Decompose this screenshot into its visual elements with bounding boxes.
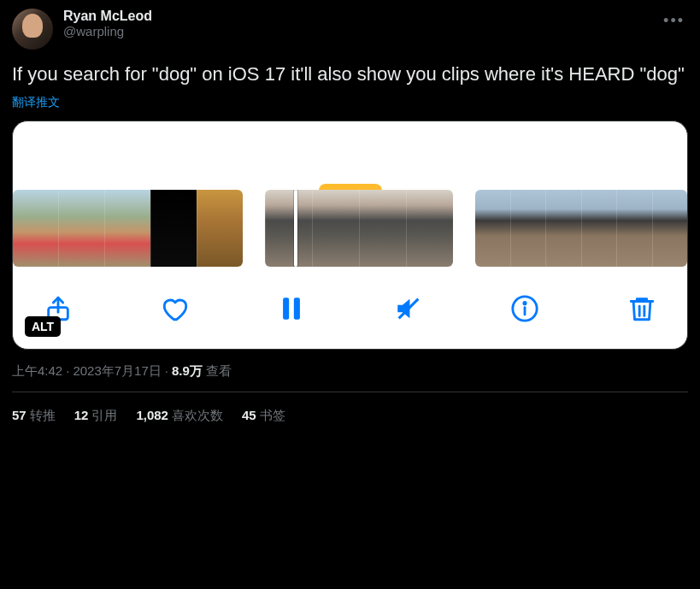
display-name: Ryan McLeod [63, 9, 650, 24]
svg-point-6 [524, 302, 526, 303]
media-controls [13, 274, 687, 349]
views-label: 查看 [206, 363, 232, 378]
clip-group[interactable] [265, 190, 453, 267]
handle: @warpling [63, 24, 650, 38]
retweets-stat[interactable]: 57转推 [12, 408, 56, 424]
svg-rect-1 [283, 297, 289, 320]
tweet-header: Ryan McLeod @warpling ••• [12, 9, 688, 50]
views-count: 8.9万 [172, 363, 203, 378]
filmstrip[interactable] [13, 190, 687, 274]
clip-frame [150, 190, 197, 267]
clip-frame [312, 190, 359, 267]
quotes-stat[interactable]: 12引用 [74, 408, 118, 424]
media-card[interactable]: "dog" [12, 121, 688, 350]
tweet-meta: 上午4:42·2023年7月17日·8.9万 查看 [12, 363, 688, 392]
clip-frame [475, 190, 509, 267]
tweet-time[interactable]: 上午4:42 [12, 363, 62, 378]
heart-icon[interactable] [161, 294, 190, 323]
author-name-block[interactable]: Ryan McLeod @warpling [63, 9, 650, 38]
clip-frame [104, 190, 150, 267]
tweet-text: If you search for "dog" on iOS 17 it'll … [12, 62, 688, 87]
svg-rect-2 [294, 297, 300, 320]
stats-row: 57转推 12引用 1,082喜欢次数 45书签 [12, 392, 688, 429]
clip-frame [652, 190, 687, 267]
clip-frame [406, 190, 453, 267]
more-icon[interactable]: ••• [660, 9, 688, 33]
playhead[interactable] [294, 190, 297, 267]
clip-frame [581, 190, 616, 267]
mute-icon[interactable] [394, 294, 423, 323]
bookmarks-stat[interactable]: 45书签 [242, 408, 285, 424]
alt-badge[interactable]: ALT [25, 316, 61, 337]
trash-icon[interactable] [627, 294, 656, 323]
clip-frame [197, 190, 243, 267]
clip-frame [58, 190, 104, 267]
clip-frame [616, 190, 651, 267]
clip-group[interactable] [13, 190, 243, 267]
clip-frame [510, 190, 545, 267]
avatar[interactable] [12, 9, 53, 50]
info-icon[interactable] [510, 294, 539, 323]
tweet-date[interactable]: 2023年7月17日 [73, 363, 161, 378]
clip-frame [13, 190, 58, 267]
pause-icon[interactable] [277, 294, 306, 323]
media-top-space [13, 121, 687, 190]
translate-link[interactable]: 翻译推文 [12, 95, 60, 110]
clip-frame [545, 190, 580, 267]
clip-frame [265, 190, 312, 267]
clip-frame [359, 190, 406, 267]
clip-group[interactable] [475, 190, 687, 267]
likes-stat[interactable]: 1,082喜欢次数 [136, 408, 223, 424]
